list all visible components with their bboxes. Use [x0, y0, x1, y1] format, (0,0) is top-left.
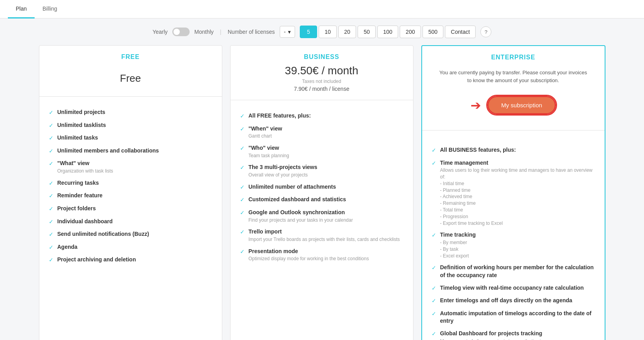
- feature-sub: - By member - By task - Excel export: [440, 239, 595, 259]
- list-item: ✓Project folders: [49, 205, 212, 213]
- license-btn-500[interactable]: 500: [423, 26, 443, 38]
- billing-toggle[interactable]: [172, 28, 190, 36]
- business-plan-tax: Taxes not included: [238, 79, 405, 84]
- list-item: ✓Recurring tasks: [49, 179, 212, 187]
- check-icon: ✓: [49, 109, 54, 117]
- business-plan-price: 39.50€ / month: [238, 64, 405, 77]
- list-item: ✓Time managementAllows users to log thei…: [432, 159, 595, 227]
- enterprise-plan-name: ENTERPRISE: [430, 54, 597, 61]
- feature-text: Customized dashboard and statistics: [249, 196, 404, 204]
- feature-text: Reminder feature: [57, 192, 212, 200]
- feature-title: Reminder feature: [57, 192, 212, 200]
- free-feature-list: ✓Unlimited projects✓Unlimited tasklists✓…: [49, 108, 212, 264]
- feature-text: Definition of working hours per member f…: [440, 264, 595, 279]
- feature-text: Individual dashboard: [57, 218, 212, 226]
- check-icon: ✓: [432, 147, 436, 154]
- yearly-label: Yearly: [153, 29, 168, 35]
- check-icon: ✓: [240, 209, 245, 217]
- list-item: ✓Trello importImport your Trello boards …: [240, 228, 404, 243]
- feature-title: Individual dashboard: [57, 218, 212, 226]
- check-icon: ✓: [240, 112, 245, 120]
- feature-title: Automatic imputation of timelogs accordi…: [440, 310, 595, 325]
- feature-title: Enter timelogs and off days directly on …: [440, 297, 595, 305]
- feature-title: All BUSINESS features, plus:: [440, 146, 595, 154]
- check-icon: ✓: [432, 264, 436, 272]
- list-item: ✓Project archiving and deletion: [49, 256, 212, 264]
- license-btn-contact[interactable]: Contact: [445, 26, 476, 38]
- feature-text: Google and Outlook synchronizationFind y…: [249, 209, 404, 223]
- feature-title: Send unlimited notifications (Buzz): [57, 230, 212, 238]
- free-plan-price: Free: [47, 64, 214, 88]
- list-item: ✓"When" viewGantt chart: [240, 125, 404, 140]
- subscription-area: ➔ My subscription: [430, 88, 597, 126]
- feature-text: All FREE features, plus:: [249, 112, 404, 120]
- license-btn-100[interactable]: 100: [377, 26, 398, 38]
- feature-sub: Organization with task lists: [57, 168, 212, 175]
- business-plan-header: BUSINESS 39.50€ / month Taxes not includ…: [231, 46, 413, 100]
- license-btn-5[interactable]: 5: [300, 26, 317, 38]
- check-icon: ✓: [49, 122, 54, 130]
- feature-text: "Who" viewTeam task planning: [249, 144, 404, 159]
- list-item: ✓"What" viewOrganization with task lists: [49, 160, 212, 174]
- feature-text: "When" viewGantt chart: [249, 125, 404, 140]
- feature-title: Trello import: [249, 228, 404, 236]
- list-item: ✓Reminder feature: [49, 192, 212, 200]
- plan-card-free: FREE Free ✓Unlimited projects✓Unlimited …: [39, 45, 222, 340]
- monthly-label: Monthly: [194, 29, 214, 35]
- license-label: Number of licenses: [228, 29, 275, 35]
- feature-title: Unlimited tasklists: [57, 121, 212, 129]
- check-icon: ✓: [432, 297, 436, 305]
- feature-title: Agenda: [57, 243, 212, 251]
- feature-text: "What" viewOrganization with task lists: [57, 160, 212, 174]
- feature-text: Automatic imputation of timelogs accordi…: [440, 310, 595, 325]
- list-item: ✓All BUSINESS features, plus:: [432, 146, 595, 154]
- tab-billing[interactable]: Billing: [35, 0, 65, 18]
- feature-text: Agenda: [57, 243, 212, 251]
- check-icon: ✓: [49, 180, 54, 187]
- help-button[interactable]: ?: [480, 26, 491, 37]
- enterprise-plan-body: ✓All BUSINESS features, plus:✓Time manag…: [422, 134, 605, 340]
- license-btn-20[interactable]: 20: [338, 26, 356, 38]
- chevron-down-icon: ▾: [288, 29, 291, 35]
- list-item: ✓Presentation modeOptimized display mode…: [240, 248, 404, 262]
- check-icon: ✓: [240, 145, 245, 153]
- feature-title: Project folders: [57, 205, 212, 213]
- tab-plan[interactable]: Plan: [8, 0, 35, 18]
- plan-card-enterprise: ENTERPRISE You are currently paying by t…: [421, 45, 605, 340]
- feature-sub: Management of all your projects in a syn…: [440, 338, 595, 340]
- check-icon: ✓: [49, 134, 54, 142]
- license-dropdown[interactable]: - ▾: [280, 26, 295, 38]
- feature-title: Presentation mode: [249, 248, 404, 255]
- list-item: ✓Unlimited projects: [49, 108, 212, 117]
- license-btn-200[interactable]: 200: [400, 26, 421, 38]
- plans-container: FREE Free ✓Unlimited projects✓Unlimited …: [19, 45, 625, 340]
- check-icon: ✓: [432, 232, 436, 239]
- check-icon: ✓: [49, 147, 54, 155]
- check-icon: ✓: [49, 231, 54, 239]
- license-btn-50[interactable]: 50: [358, 26, 376, 38]
- list-item: ✓Timelog view with real-time occupancy r…: [432, 284, 595, 292]
- license-btn-10[interactable]: 10: [319, 26, 337, 38]
- feature-text: Unlimited tasks: [57, 134, 212, 142]
- check-icon: ✓: [240, 196, 245, 204]
- check-icon: ✓: [49, 160, 54, 168]
- check-icon: ✓: [49, 205, 54, 213]
- check-icon: ✓: [49, 244, 54, 252]
- feature-text: Time managementAllows users to log their…: [440, 159, 595, 227]
- feature-sub: Import your Trello boards as projects wi…: [249, 236, 404, 243]
- feature-title: "Who" view: [249, 144, 404, 152]
- feature-sub: Team task planning: [249, 153, 404, 159]
- feature-text: Presentation modeOptimized display mode …: [249, 248, 404, 262]
- feature-title: Recurring tasks: [57, 179, 212, 187]
- my-subscription-button[interactable]: My subscription: [487, 96, 556, 114]
- plan-card-business: BUSINESS 39.50€ / month Taxes not includ…: [230, 45, 413, 340]
- tabs-bar: Plan Billing: [0, 0, 644, 18]
- enterprise-plan-header: ENTERPRISE You are currently paying by t…: [422, 46, 605, 130]
- feature-text: Unlimited members and collaborations: [57, 147, 212, 155]
- list-item: ✓Google and Outlook synchronizationFind …: [240, 209, 404, 223]
- controls-bar: Yearly Monthly | Number of licenses - ▾ …: [0, 18, 644, 45]
- feature-text: Timelog view with real-time occupancy ra…: [440, 284, 595, 292]
- free-plan-header: FREE Free: [39, 46, 222, 97]
- list-item: ✓Unlimited number of attachments: [240, 183, 404, 191]
- feature-text: Trello importImport your Trello boards a…: [249, 228, 404, 243]
